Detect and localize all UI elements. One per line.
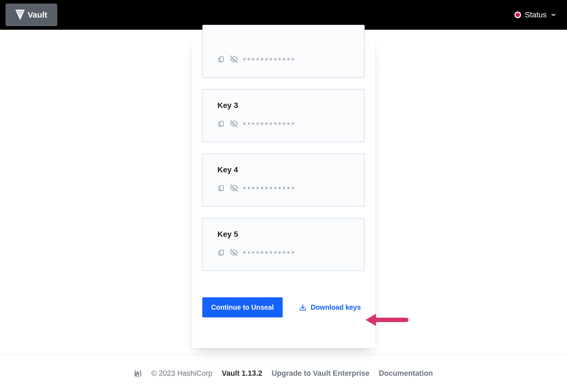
copy-icon[interactable] <box>217 249 225 256</box>
key-box-4: Key 4 <box>202 154 365 206</box>
copy-icon[interactable] <box>217 56 225 63</box>
hashicorp-logo-icon <box>134 369 142 378</box>
continue-to-unseal-button[interactable]: Continue to Unseal <box>202 297 283 317</box>
key-box-2: Key 2 <box>202 25 365 78</box>
copy-icon[interactable] <box>217 184 225 192</box>
eye-off-icon[interactable] <box>230 120 238 127</box>
masked-key-value <box>243 187 294 189</box>
chevron-down-icon <box>550 12 557 18</box>
key-label: Key 4 <box>217 165 350 174</box>
footer: © 2023 HashiCorp Vault 1.13.2 Upgrade to… <box>0 355 567 392</box>
eye-off-icon[interactable] <box>230 55 238 63</box>
vault-logo-icon <box>15 10 25 20</box>
unseal-keys-card: Key 2 Key 3 <box>192 41 375 348</box>
svg-point-5 <box>20 12 21 13</box>
svg-point-8 <box>21 14 21 15</box>
svg-point-4 <box>18 12 19 13</box>
status-label: Status <box>525 10 547 19</box>
svg-point-3 <box>22 11 23 12</box>
status-dropdown[interactable]: Status <box>514 10 557 19</box>
annotation-arrow <box>366 314 408 326</box>
footer-docs-link[interactable]: Documentation <box>379 369 433 378</box>
masked-key-value <box>243 122 294 125</box>
eye-off-icon[interactable] <box>230 249 238 256</box>
status-indicator-icon <box>514 12 521 18</box>
footer-version: Vault 1.13.2 <box>222 369 262 378</box>
eye-off-icon[interactable] <box>230 184 238 192</box>
copy-icon[interactable] <box>217 120 225 127</box>
svg-point-2 <box>21 11 21 12</box>
footer-upgrade-link[interactable]: Upgrade to Vault Enterprise <box>272 369 370 378</box>
download-keys-button[interactable]: Download keys <box>299 303 361 311</box>
footer-copyright: © 2023 HashiCorp <box>151 369 212 378</box>
download-icon <box>299 304 306 311</box>
key-box-3: Key 3 <box>202 89 365 142</box>
svg-rect-10 <box>220 121 223 126</box>
svg-point-1 <box>19 11 20 12</box>
key-box-5: Key 5 <box>202 218 365 271</box>
svg-point-6 <box>21 12 22 13</box>
key-label: Key 3 <box>217 101 350 110</box>
svg-point-7 <box>19 14 20 15</box>
brand-label: Vault <box>28 10 47 20</box>
masked-key-value <box>243 58 294 60</box>
svg-rect-9 <box>220 57 223 61</box>
svg-point-0 <box>18 11 19 12</box>
masked-key-value <box>243 251 294 254</box>
download-keys-label: Download keys <box>311 303 361 311</box>
svg-rect-11 <box>220 186 223 190</box>
key-label: Key 5 <box>217 230 350 239</box>
actions-row: Continue to Unseal Download keys <box>202 297 365 317</box>
vault-logo-badge[interactable]: Vault <box>6 4 57 26</box>
svg-rect-12 <box>220 250 223 255</box>
